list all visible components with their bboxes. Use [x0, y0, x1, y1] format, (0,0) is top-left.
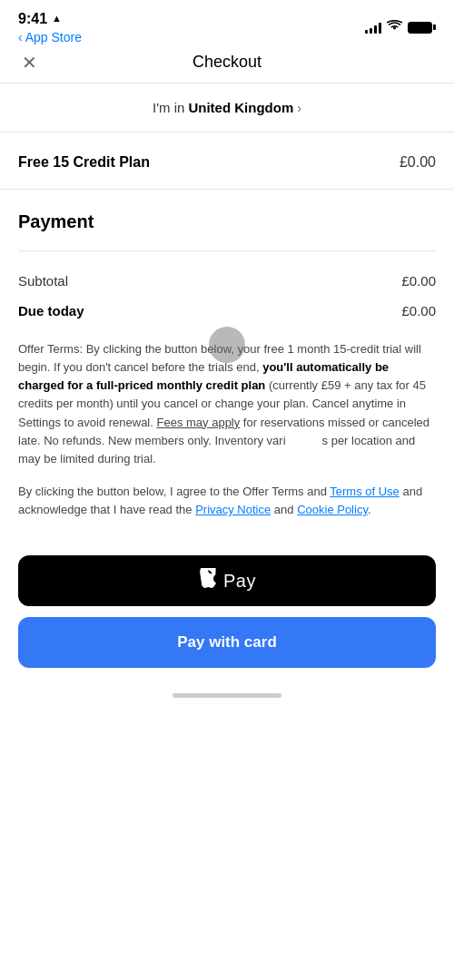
plan-name: Free 15 Credit Plan	[18, 154, 150, 171]
terms-of-use-link[interactable]: Terms of Use	[330, 485, 400, 498]
offer-terms-text: Offer Terms: By clicking the button belo…	[18, 340, 436, 468]
plan-section: Free 15 Credit Plan £0.00	[0, 132, 454, 190]
plan-price: £0.00	[400, 154, 436, 171]
payment-section: Payment Subtotal £0.00 Due today £0.00	[0, 190, 454, 326]
location-chevron-icon: ›	[297, 101, 301, 115]
status-bar: 9:41 ▲ ‹ App Store	[0, 0, 454, 45]
status-time: 9:41 ▲	[18, 10, 62, 27]
terms-section: Offer Terms: By clicking the button belo…	[0, 326, 454, 537]
apple-pay-label: Pay	[223, 571, 256, 592]
subtotal-row: Subtotal £0.00	[18, 266, 436, 296]
signal-icon	[365, 22, 381, 34]
subtotal-label: Subtotal	[18, 273, 68, 289]
due-today-label: Due today	[18, 303, 84, 318]
due-today-value: £0.00	[401, 303, 436, 318]
time-display: 9:41	[18, 10, 47, 27]
status-left: 9:41 ▲ ‹ App Store	[18, 10, 82, 44]
due-today-row: Due today £0.00	[18, 296, 436, 326]
close-button[interactable]: ✕	[15, 48, 44, 77]
apple-logo-icon	[198, 568, 218, 593]
agree-terms-text: By clicking the button below, I agree to…	[18, 483, 436, 519]
apple-pay-button[interactable]: Pay	[18, 555, 436, 606]
payment-divider	[18, 250, 436, 251]
status-icons	[365, 20, 436, 34]
home-indicator	[0, 682, 454, 716]
pay-card-label: Pay with card	[177, 633, 277, 652]
payment-title: Payment	[18, 211, 436, 232]
page-title: Checkout	[192, 53, 262, 72]
home-bar	[173, 693, 281, 698]
buttons-section: Pay Pay with card	[0, 537, 454, 682]
location-bar[interactable]: I'm in United Kingdom ›	[0, 83, 454, 132]
pay-with-card-button[interactable]: Pay with card	[18, 617, 436, 668]
location-prefix: I'm in	[153, 100, 184, 115]
close-icon: ✕	[22, 52, 37, 74]
app-store-back-button[interactable]: ‹ App Store	[18, 30, 82, 44]
subtotal-value: £0.00	[401, 273, 436, 289]
privacy-notice-link[interactable]: Privacy Notice	[195, 503, 271, 516]
app-store-label: App Store	[25, 30, 82, 44]
back-chevron-icon: ‹	[18, 30, 23, 44]
wifi-icon	[387, 20, 402, 34]
location-country: United Kingdom	[188, 100, 293, 115]
navigation-bar: ✕ Checkout	[0, 45, 454, 83]
location-arrow-icon: ▲	[52, 13, 62, 24]
cookie-policy-link[interactable]: Cookie Policy	[297, 503, 368, 516]
battery-icon	[408, 22, 436, 34]
